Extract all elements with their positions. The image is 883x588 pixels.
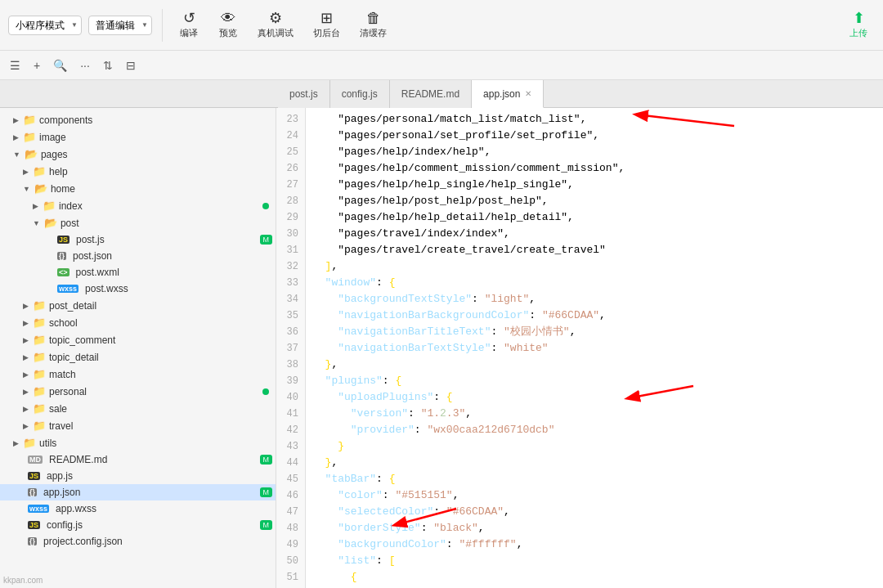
code-line: "backgroundColor": "#ffffff", (312, 536, 876, 553)
sidebar-item-post-detail[interactable]: ▶ 📁 post_detail (0, 297, 276, 314)
backend-button[interactable]: ⊞ 切后台 (307, 7, 347, 43)
real-device-icon: ⚙ (269, 11, 282, 25)
compile-button[interactable]: ↺ 编译 (173, 7, 205, 43)
code-line: "pages/help/post_help/post_help", (312, 193, 876, 209)
code-line: "navigationBarTextStyle": "white" (312, 340, 876, 357)
upload-icon: ⬆ (853, 11, 865, 25)
sidebar-item-help[interactable]: ▶ 📁 help (0, 163, 276, 180)
code-editor[interactable]: 2324252627282930313233343536373839404142… (276, 108, 883, 588)
sidebar-item-config-js[interactable]: JS config.js M (0, 517, 276, 533)
sidebar-item-label: components (39, 114, 92, 126)
folder-icon: 📂 (34, 182, 47, 195)
sidebar-item-label: post.json (73, 250, 112, 262)
sidebar-item-post-json[interactable]: {} post.json (0, 248, 276, 264)
compiler-select[interactable]: 普通编辑 (88, 16, 152, 35)
sidebar-item-index[interactable]: ▶ 📁 index (0, 197, 276, 214)
backend-label: 切后台 (313, 27, 340, 39)
sidebar-item-topic-detail[interactable]: ▶ 📁 topic_detail (0, 348, 276, 366)
add-file-button[interactable]: + (29, 56, 45, 75)
code-line: }, (312, 357, 876, 373)
tab-post-js[interactable]: post.js (278, 80, 330, 108)
tab-bar: post.js config.js README.md app.json ✕ (0, 80, 883, 108)
code-line: }, (312, 455, 876, 471)
sidebar-item-post-wxss[interactable]: wxss post.wxss (0, 281, 276, 297)
sidebar-item-label: sale (49, 403, 67, 415)
json-file-icon: {} (57, 252, 66, 260)
preview-button[interactable]: 👁 预览 (212, 7, 244, 43)
sidebar-item-app-js[interactable]: JS app.js (0, 468, 276, 484)
sidebar-item-label: post.js (76, 234, 105, 245)
compiler-select-wrapper[interactable]: 普通编辑 (88, 16, 152, 35)
upload-button[interactable]: ⬆ 上传 (842, 7, 875, 43)
tab-config-js-label: config.js (342, 88, 378, 100)
md-file-icon: MD (28, 456, 43, 464)
more-options-button[interactable]: ··· (75, 56, 95, 75)
js-file-icon: JS (28, 521, 40, 529)
compile-label: 编译 (180, 27, 198, 39)
toolbar-divider-1 (162, 9, 163, 42)
real-device-button[interactable]: ⚙ 真机调试 (251, 7, 300, 43)
wxml-file-icon: <> (57, 268, 69, 276)
sidebar-item-label: pages (41, 149, 68, 160)
modified-dot-badge (262, 203, 269, 209)
sidebar-item-label: index (59, 200, 83, 212)
collapse-icon: ▶ (23, 405, 29, 413)
code-line: "plugins": { (312, 373, 876, 389)
search-button[interactable]: 🔍 (48, 56, 72, 75)
sidebar-item-match[interactable]: ▶ 📁 match (0, 366, 276, 383)
sidebar-item-components[interactable]: ▶ 📁 components (0, 111, 276, 128)
mode-select-wrapper[interactable]: 小程序模式 (8, 16, 82, 35)
sidebar-item-project-config-json[interactable]: {} project.config.json (0, 533, 276, 550)
sidebar-item-post[interactable]: ▼ 📂 post (0, 214, 276, 231)
sidebar-item-app-wxss[interactable]: wxss app.wxss (0, 500, 276, 517)
sidebar-item-post-wxml[interactable]: <> post.wxml (0, 264, 276, 281)
sidebar-item-label: post.wxss (85, 283, 128, 294)
code-line: "navigationBarTitleText": "校园小情书", (312, 324, 876, 340)
code-content[interactable]: "pages/personal/match_list/match_list", … (306, 108, 883, 588)
collapse-icon: ▶ (13, 439, 19, 447)
folder-icon: 📁 (23, 437, 36, 449)
sidebar-item-app-json[interactable]: {} app.json M (0, 484, 276, 500)
sort-button[interactable]: ⇅ (98, 56, 118, 75)
code-line: "uploadPlugins": { (312, 389, 876, 406)
sidebar-item-personal[interactable]: ▶ 📁 personal (0, 383, 276, 400)
folder-icon: 📁 (43, 200, 56, 212)
sidebar-item-label: personal (49, 386, 87, 397)
json-file-icon: {} (28, 488, 37, 496)
code-line: "color": "#515151", (312, 487, 876, 504)
clean-cache-button[interactable]: 🗑 清缓存 (353, 7, 393, 43)
sidebar-item-travel[interactable]: ▶ 📁 travel (0, 417, 276, 434)
tab-app-json-label: app.json (483, 88, 520, 100)
modified-dot-badge (262, 388, 269, 395)
mode-select[interactable]: 小程序模式 (8, 16, 82, 35)
sidebar-item-pages[interactable]: ▼ 📂 pages (0, 146, 276, 163)
code-line: "pages/help/index/help", (312, 144, 876, 160)
sidebar-item-utils[interactable]: ▶ 📁 utils (0, 434, 276, 451)
sidebar-toggle-button[interactable]: ☰ (5, 56, 25, 75)
collapse-all-button[interactable]: ⊟ (121, 56, 141, 75)
sidebar-item-image[interactable]: ▶ 📁 image (0, 128, 276, 146)
collapse-icon: ▶ (13, 133, 19, 141)
folder-icon: 📁 (33, 351, 46, 363)
sidebar-item-topic-comment[interactable]: ▶ 📁 topic_comment (0, 331, 276, 348)
preview-icon: 👁 (221, 11, 235, 25)
code-line: "window": { (312, 275, 876, 291)
sidebar-item-school[interactable]: ▶ 📁 school (0, 314, 276, 331)
sidebar-item-post-js[interactable]: JS post.js M (0, 231, 276, 248)
folder-icon: 📁 (33, 299, 46, 312)
sidebar-item-label: home (51, 183, 75, 195)
collapse-icon: ▶ (23, 302, 29, 310)
wxss-file-icon: wxss (28, 505, 49, 513)
tab-close-icon[interactable]: ✕ (525, 89, 531, 98)
sidebar-item-label: topic_detail (49, 352, 99, 363)
sidebar-item-home[interactable]: ▼ 📂 home (0, 180, 276, 197)
sidebar-item-sale[interactable]: ▶ 📁 sale (0, 400, 276, 417)
collapse-icon: ▶ (23, 422, 29, 430)
tab-app-json[interactable]: app.json ✕ (472, 80, 544, 108)
tab-readme-md[interactable]: README.md (390, 80, 472, 108)
sidebar-item-readme-md[interactable]: MD README.md M (0, 451, 276, 468)
sidebar-item-label: app.js (47, 470, 73, 482)
tab-config-js[interactable]: config.js (330, 80, 390, 108)
folder-icon: 📁 (33, 368, 46, 380)
js-file-icon: JS (28, 472, 40, 480)
